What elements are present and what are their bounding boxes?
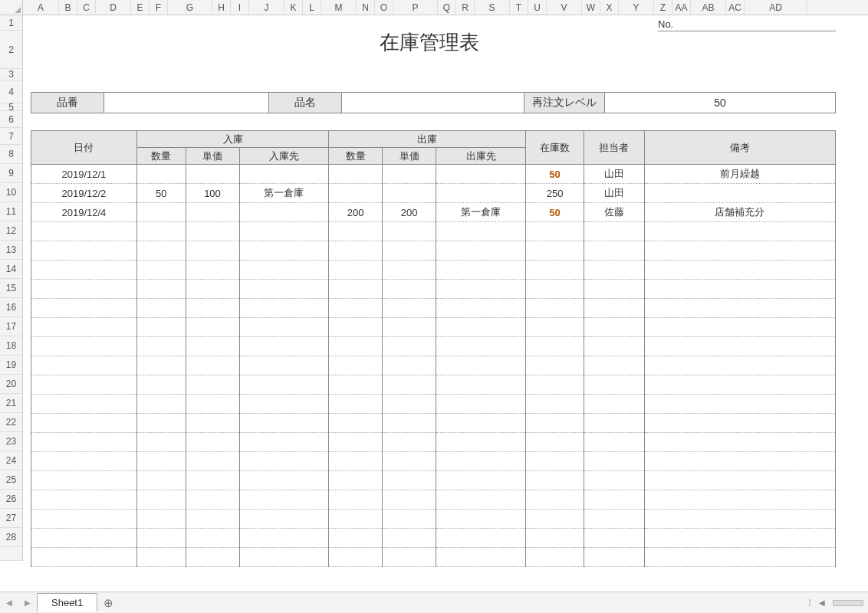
cell-in_price[interactable] — [186, 203, 239, 222]
row-header[interactable]: 14 — [0, 260, 22, 279]
table-row[interactable] — [31, 356, 836, 375]
cell-in_src[interactable] — [239, 222, 329, 241]
cell-stock[interactable] — [525, 222, 584, 241]
table-row[interactable] — [31, 337, 836, 356]
cell-person[interactable] — [584, 241, 644, 261]
cell-out_qty[interactable] — [329, 261, 383, 280]
cell-date[interactable]: 2019/12/2 — [31, 184, 137, 203]
tab-nav-next[interactable]: ▶ — [18, 592, 37, 613]
cell-out_src[interactable] — [436, 548, 526, 567]
cell-out_qty[interactable] — [329, 414, 383, 433]
col-in-qty[interactable]: 数量 — [136, 148, 186, 165]
cell-in_price[interactable] — [186, 356, 239, 375]
table-row[interactable] — [31, 280, 836, 299]
cell-in_qty[interactable] — [136, 529, 186, 548]
cell-out_price[interactable] — [383, 471, 436, 490]
cell-date[interactable] — [31, 222, 137, 241]
cell-out_price[interactable] — [383, 261, 436, 280]
cell-out_src[interactable]: 第一倉庫 — [436, 203, 526, 222]
cell-person[interactable] — [584, 356, 644, 375]
cell-out_price[interactable] — [383, 529, 436, 548]
cell-out_src[interactable] — [436, 395, 526, 414]
cell-in_src[interactable] — [239, 337, 329, 356]
cell-in_src[interactable] — [239, 414, 329, 433]
cell-remarks[interactable] — [644, 510, 835, 529]
cell-person[interactable] — [584, 510, 644, 529]
cell-date[interactable] — [31, 395, 137, 414]
col-out-group[interactable]: 出庫 — [329, 131, 526, 148]
cell-person[interactable] — [584, 375, 644, 395]
cell-remarks[interactable] — [644, 337, 835, 356]
table-row[interactable] — [31, 548, 836, 567]
cell-in_qty[interactable] — [136, 222, 186, 241]
cell-remarks[interactable] — [644, 318, 835, 337]
cell-date[interactable] — [31, 375, 137, 395]
cell-remarks[interactable] — [644, 241, 835, 261]
cell-in_src[interactable] — [239, 261, 329, 280]
tab-options-icon[interactable]: ⁝ — [808, 597, 811, 608]
cell-in_qty[interactable] — [136, 510, 186, 529]
cell-in_qty[interactable] — [136, 452, 186, 471]
cell-out_price[interactable] — [383, 165, 436, 184]
cell-out_price[interactable] — [383, 548, 436, 567]
table-row[interactable] — [31, 299, 836, 318]
cell-out_price[interactable] — [383, 433, 436, 452]
cell-in_src[interactable] — [239, 510, 329, 529]
cell-stock[interactable] — [525, 452, 584, 471]
cell-in_src[interactable] — [239, 471, 329, 490]
sheet-tab[interactable]: Sheet1 — [37, 593, 97, 611]
cell-stock[interactable] — [525, 318, 584, 337]
cell-out_src[interactable] — [436, 280, 526, 299]
cell-out_qty[interactable] — [329, 184, 383, 203]
cell-stock[interactable] — [525, 471, 584, 490]
column-header[interactable]: V — [547, 0, 582, 15]
cell-in_src[interactable] — [239, 318, 329, 337]
row-header[interactable]: 16 — [0, 298, 22, 317]
column-header[interactable]: W — [582, 0, 600, 15]
col-in-src[interactable]: 入庫先 — [239, 148, 329, 165]
cell-out_qty[interactable] — [329, 165, 383, 184]
cell-remarks[interactable]: 前月繰越 — [644, 165, 835, 184]
cell-person[interactable] — [584, 261, 644, 280]
column-header[interactable]: M — [321, 0, 357, 15]
cell-in_qty[interactable] — [136, 318, 186, 337]
row-header[interactable]: 10 — [0, 183, 22, 202]
row-header[interactable]: 4 — [0, 80, 22, 103]
row-header[interactable]: 6 — [0, 111, 22, 128]
cell-remarks[interactable] — [644, 375, 835, 395]
cell-out_src[interactable] — [436, 529, 526, 548]
tab-nav-prev[interactable]: ◀ — [0, 592, 18, 613]
cell-out_src[interactable] — [436, 356, 526, 375]
cell-out_qty[interactable] — [329, 222, 383, 241]
cell-in_price[interactable] — [186, 280, 239, 299]
cell-person[interactable] — [584, 548, 644, 567]
cell-stock[interactable] — [525, 299, 584, 318]
cell-remarks[interactable] — [644, 490, 835, 510]
cell-stock[interactable] — [525, 529, 584, 548]
cell-out_qty[interactable] — [329, 471, 383, 490]
row-header[interactable]: 3 — [0, 69, 22, 80]
cell-date[interactable] — [31, 337, 137, 356]
cell-in_qty[interactable] — [136, 375, 186, 395]
cell-date[interactable] — [31, 471, 137, 490]
cell-in_qty[interactable] — [136, 395, 186, 414]
column-header[interactable]: F — [150, 0, 168, 15]
cell-date[interactable] — [31, 241, 137, 261]
table-row[interactable] — [31, 395, 836, 414]
cell-in_price[interactable] — [186, 414, 239, 433]
column-header[interactable]: S — [475, 0, 510, 15]
cell-out_src[interactable] — [436, 490, 526, 510]
cell-in_price[interactable]: 100 — [186, 184, 239, 203]
cell-out_src[interactable] — [436, 337, 526, 356]
cell-in_qty[interactable] — [136, 490, 186, 510]
cell-in_src[interactable] — [239, 452, 329, 471]
column-header[interactable]: R — [456, 0, 475, 15]
horizontal-scrollbar[interactable] — [833, 600, 863, 606]
cell-person[interactable] — [584, 529, 644, 548]
cell-in_qty[interactable] — [136, 299, 186, 318]
row-header[interactable]: 5 — [0, 103, 22, 111]
cell-date[interactable] — [31, 261, 137, 280]
cell-out_src[interactable] — [436, 375, 526, 395]
cell-out_price[interactable] — [383, 356, 436, 375]
cell-date[interactable] — [31, 490, 137, 510]
